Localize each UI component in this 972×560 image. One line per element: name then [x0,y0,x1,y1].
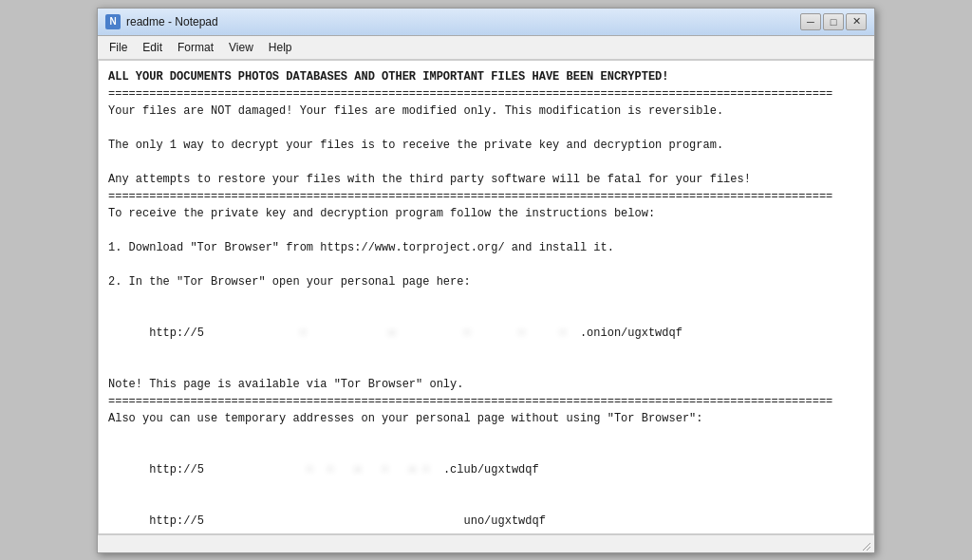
menu-bar: File Edit Format View Help [98,36,874,60]
line-9: 1. Download "Tor Browser" from https://w… [108,239,864,256]
menu-view[interactable]: View [221,38,261,57]
text-editor[interactable]: ALL YOUR DOCUMENTS PHOTOS DATABASES AND … [98,60,874,534]
line-10 [108,256,864,273]
line-8 [108,222,864,239]
url-uno-hidden [204,514,464,528]
menu-file[interactable]: File [102,38,135,57]
resize-icon [859,539,870,551]
minimize-button[interactable]: ─ [800,13,821,30]
line-17 [108,427,864,444]
url-onion-suffix: .onion/ugxtwdqf [580,327,682,340]
menu-format[interactable]: Format [170,38,221,57]
url-uno: http://5 uno/ugxtwdqf [108,495,864,534]
notepad-icon: N [105,14,121,29]
title-bar-buttons: ─ □ ✕ [800,13,867,30]
svg-line-0 [863,543,870,551]
close-button[interactable]: ✕ [846,13,867,30]
window-title: readme - Notepad [126,15,218,28]
url-club-suffix: .club/ugxtwdqf [443,463,539,476]
url-uno-suffix: uno/ugxtwdqf [463,514,545,528]
title-bar-left: N readme - Notepad [105,14,218,29]
line-12 [108,290,864,308]
separator-3: ========================================… [108,393,864,410]
line-11: 2. In the "Tor Browser" open your person… [108,273,864,290]
line-14 [108,359,864,376]
url-onion-prefix: http://5 [149,327,204,340]
line-6: Any attempts to restore your files with … [108,171,864,188]
notepad-window: N readme - Notepad ─ □ ✕ File Edit Forma… [97,8,875,553]
size-grip[interactable] [857,537,870,551]
line-15: Note! This page is available via "Tor Br… [108,376,864,393]
line-2: Your files are NOT damaged! Your files a… [108,103,864,120]
title-bar: N readme - Notepad ─ □ ✕ [98,9,874,36]
line-1: ALL YOUR DOCUMENTS PHOTOS DATABASES AND … [108,68,864,85]
line-16: Also you can use temporary addresses on … [108,410,864,427]
separator-2: ========================================… [108,188,864,205]
menu-help[interactable]: Help [261,38,300,57]
url-club-hidden: · · - · - · [204,463,443,476]
url-onion: http://5 · - · · · .onion/ugxtwdqf [108,308,864,359]
menu-edit[interactable]: Edit [135,38,170,57]
url-uno-prefix: http://5 [149,514,204,528]
url-onion-hidden: · - · · · [204,327,580,340]
url-club-prefix: http://5 [149,463,204,476]
maximize-button[interactable]: □ [823,13,844,30]
line-5 [108,154,864,171]
line-4: The only 1 way to decrypt your files is … [108,137,864,154]
svg-line-1 [867,547,870,551]
url-club: http://5 · · - · - · .club/ugxtwdqf [108,444,864,495]
line-7: To receive the private key and decryptio… [108,205,864,222]
status-bar [98,534,874,552]
separator-1: ========================================… [108,85,864,103]
line-3 [108,120,864,137]
